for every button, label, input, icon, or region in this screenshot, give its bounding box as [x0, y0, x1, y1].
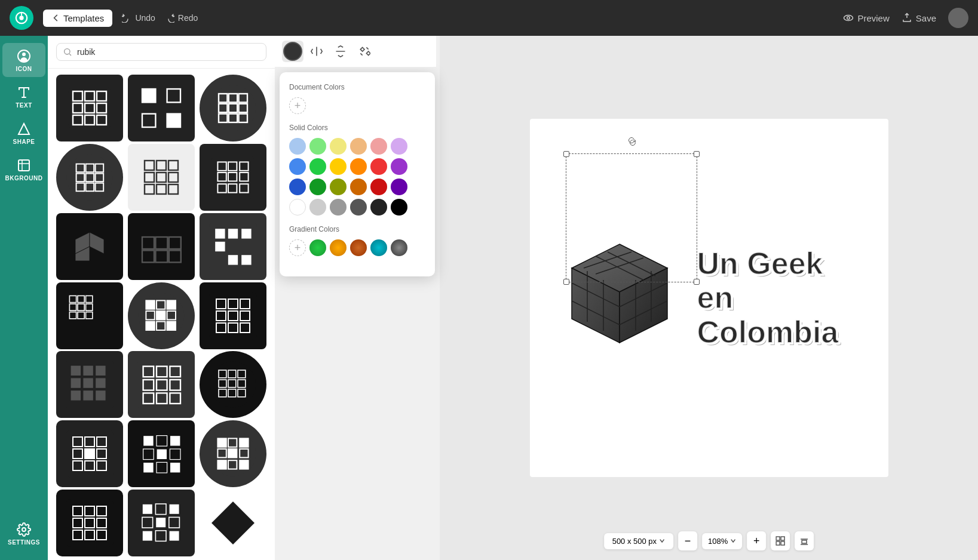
search-bar [48, 36, 275, 69]
sidebar-item-settings[interactable]: SETTINGS [2, 516, 45, 550]
svg-rect-215 [802, 540, 807, 543]
color-swatch[interactable] [370, 199, 387, 216]
color-swatch[interactable] [391, 158, 407, 175]
icon-item[interactable] [200, 351, 266, 418]
handle-rotate[interactable] [629, 137, 634, 143]
icon-item[interactable] [128, 351, 195, 418]
sidebar-item-bkground[interactable]: BKGROUND [2, 152, 45, 186]
icon-item[interactable] [200, 144, 266, 211]
add-document-color-button[interactable]: + [289, 97, 306, 114]
text-sidebar-icon [17, 85, 31, 100]
flip-vertical-button[interactable] [330, 41, 351, 62]
gradient-swatch[interactable] [391, 239, 407, 256]
icon-item[interactable] [56, 282, 123, 349]
svg-rect-52 [168, 173, 178, 182]
gradient-colors-section: Gradient Colors + [289, 225, 425, 256]
color-swatch[interactable] [350, 199, 367, 216]
gradient-swatch[interactable] [309, 239, 326, 256]
icon-item[interactable] [200, 282, 266, 349]
color-swatch[interactable] [350, 138, 367, 155]
color-swatch[interactable] [309, 158, 326, 175]
align-button[interactable] [795, 531, 814, 550]
icon-item[interactable] [200, 420, 266, 487]
icon-item[interactable] [128, 420, 195, 487]
handle-tr[interactable] [694, 151, 700, 157]
canvas-size-button[interactable]: 500 x 500 px [604, 533, 673, 549]
icon-item[interactable] [56, 213, 123, 280]
icon-item[interactable] [56, 420, 123, 487]
icon-item[interactable] [56, 75, 123, 141]
save-button[interactable]: Save [902, 13, 936, 23]
grid-button[interactable] [771, 531, 790, 550]
icon-item[interactable] [200, 75, 266, 141]
add-gradient-button[interactable]: + [289, 239, 306, 256]
color-swatch[interactable] [391, 179, 407, 195]
color-swatch[interactable] [350, 158, 367, 175]
color-swatch[interactable] [289, 199, 306, 216]
zoom-out-button[interactable]: − [678, 531, 697, 550]
fill-color-button[interactable] [282, 41, 303, 62]
app-logo[interactable] [10, 6, 33, 30]
icon-item[interactable] [128, 282, 195, 349]
handle-tl[interactable] [563, 151, 569, 157]
color-swatch[interactable] [370, 158, 387, 175]
gradient-swatch[interactable] [330, 239, 347, 256]
color-swatch[interactable] [289, 138, 306, 155]
flip-horizontal-button[interactable] [306, 41, 327, 62]
fill-color-swatch [283, 42, 302, 61]
color-swatch[interactable] [350, 179, 367, 195]
search-input[interactable] [77, 47, 260, 57]
svg-rect-173 [240, 460, 248, 469]
color-swatch[interactable] [309, 199, 326, 216]
grid-icon [775, 536, 785, 546]
zoom-in-button[interactable]: + [747, 531, 766, 550]
templates-button[interactable]: Templates [43, 10, 112, 27]
icon-item[interactable] [200, 490, 266, 556]
color-swatch[interactable] [370, 179, 387, 195]
svg-rect-54 [157, 184, 166, 194]
icon-item[interactable] [128, 490, 195, 556]
gradient-swatch[interactable] [370, 239, 387, 256]
zoom-level-button[interactable]: 108% [702, 533, 742, 549]
icon-item[interactable] [200, 213, 266, 280]
svg-rect-122 [83, 390, 94, 401]
canvas-area[interactable]: Un Geek en Colombia 500 x 500 [440, 36, 978, 560]
svg-rect-212 [776, 541, 780, 545]
sidebar-item-text[interactable]: TEXT [2, 79, 45, 113]
icon-item[interactable] [128, 75, 195, 141]
icons-panel [48, 36, 275, 560]
text-sidebar-label: TEXT [16, 102, 32, 109]
svg-rect-121 [70, 390, 81, 401]
element-toolbar [275, 36, 436, 67]
svg-rect-189 [155, 518, 166, 528]
color-swatch[interactable] [391, 138, 407, 155]
icon-item[interactable] [128, 144, 195, 211]
color-swatch[interactable] [309, 138, 326, 155]
undo-button[interactable]: Undo [122, 13, 155, 23]
icon-item[interactable] [56, 490, 123, 556]
preview-button[interactable]: Preview [843, 13, 889, 23]
icon-item[interactable] [56, 144, 123, 211]
color-swatch[interactable] [370, 138, 387, 155]
redo-button[interactable]: Redo [165, 13, 198, 23]
color-swatch[interactable] [289, 158, 306, 175]
sidebar-item-shape[interactable]: SHAPE [2, 116, 45, 150]
svg-rect-49 [168, 161, 178, 170]
icon-item[interactable] [56, 351, 123, 418]
icon-sidebar-label: ICON [16, 66, 32, 72]
color-swatch[interactable] [330, 179, 347, 195]
rubik-cube-icon[interactable] [554, 232, 685, 364]
icon-item[interactable] [128, 213, 195, 280]
color-swatch[interactable] [391, 199, 407, 216]
color-swatch[interactable] [289, 179, 306, 195]
color-swatch[interactable] [330, 199, 347, 216]
gradient-swatch[interactable] [350, 239, 367, 256]
effects-button[interactable] [354, 41, 375, 62]
color-swatch[interactable] [309, 179, 326, 195]
sidebar-item-icon[interactable]: ICON [2, 43, 45, 77]
color-swatch[interactable] [330, 158, 347, 175]
user-avatar[interactable] [948, 8, 968, 28]
svg-line-11 [69, 54, 71, 56]
canvas[interactable]: Un Geek en Colombia [530, 119, 888, 477]
color-swatch[interactable] [330, 138, 347, 155]
